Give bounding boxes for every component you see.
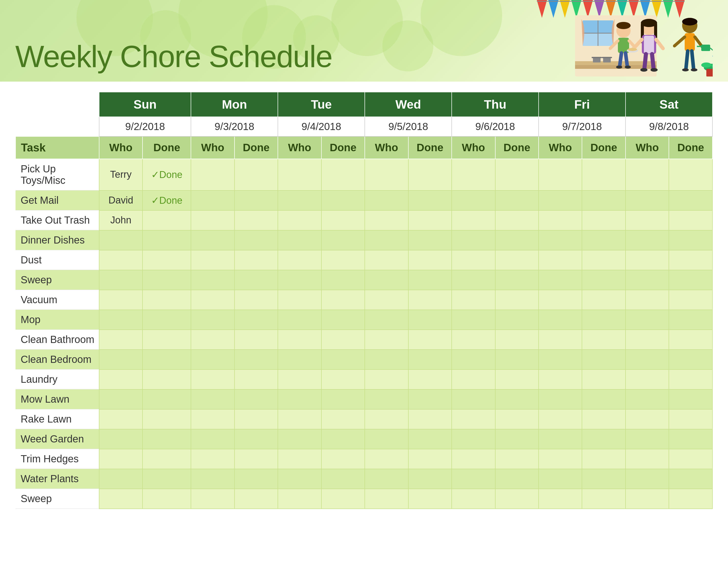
done-cell[interactable]	[582, 210, 625, 230]
done-cell[interactable]	[495, 409, 539, 429]
done-cell[interactable]	[669, 250, 712, 270]
done-cell[interactable]	[408, 270, 452, 290]
done-cell[interactable]	[235, 389, 278, 409]
done-cell[interactable]	[142, 210, 191, 230]
who-cell[interactable]	[278, 230, 321, 250]
done-cell[interactable]	[669, 429, 712, 449]
done-cell[interactable]	[669, 330, 712, 350]
who-cell[interactable]	[539, 190, 582, 210]
who-cell[interactable]	[99, 270, 142, 290]
done-cell[interactable]	[582, 330, 625, 350]
done-cell[interactable]	[408, 290, 452, 310]
who-cell[interactable]	[191, 270, 234, 290]
who-cell[interactable]	[99, 429, 142, 449]
done-cell[interactable]	[582, 489, 625, 509]
who-cell[interactable]	[539, 409, 582, 429]
done-cell[interactable]	[408, 159, 452, 190]
done-cell[interactable]	[495, 210, 539, 230]
who-cell[interactable]	[99, 250, 142, 270]
done-cell[interactable]	[408, 489, 452, 509]
done-cell[interactable]	[669, 290, 712, 310]
done-cell[interactable]	[142, 330, 191, 350]
done-cell[interactable]	[408, 230, 452, 250]
who-cell[interactable]	[539, 469, 582, 489]
who-cell[interactable]	[539, 230, 582, 250]
who-cell[interactable]	[452, 350, 495, 370]
done-cell[interactable]	[408, 429, 452, 449]
done-cell[interactable]	[669, 190, 712, 210]
done-cell[interactable]: ✓Done	[142, 190, 191, 210]
done-cell[interactable]	[495, 429, 539, 449]
who-cell[interactable]	[365, 270, 408, 290]
who-cell[interactable]	[626, 370, 669, 389]
who-cell[interactable]	[452, 159, 495, 190]
who-cell[interactable]	[452, 290, 495, 310]
who-cell[interactable]	[365, 290, 408, 310]
who-cell[interactable]	[626, 429, 669, 449]
who-cell[interactable]	[626, 230, 669, 250]
who-cell[interactable]	[191, 310, 234, 330]
done-cell[interactable]	[235, 370, 278, 389]
who-cell[interactable]	[278, 449, 321, 469]
done-cell[interactable]: ✓Done	[142, 159, 191, 190]
who-cell[interactable]	[365, 310, 408, 330]
done-cell[interactable]	[669, 469, 712, 489]
done-cell[interactable]	[142, 270, 191, 290]
done-cell[interactable]	[142, 429, 191, 449]
done-cell[interactable]	[321, 449, 365, 469]
done-cell[interactable]	[582, 429, 625, 449]
who-cell[interactable]	[539, 210, 582, 230]
who-cell[interactable]	[539, 389, 582, 409]
done-cell[interactable]	[321, 389, 365, 409]
who-cell[interactable]	[452, 429, 495, 449]
done-cell[interactable]	[495, 230, 539, 250]
who-cell[interactable]	[452, 310, 495, 330]
who-cell[interactable]	[626, 409, 669, 429]
who-cell[interactable]	[99, 469, 142, 489]
who-cell[interactable]	[539, 270, 582, 290]
done-cell[interactable]	[142, 370, 191, 389]
done-cell[interactable]	[495, 159, 539, 190]
who-cell[interactable]	[99, 449, 142, 469]
done-cell[interactable]	[142, 409, 191, 429]
who-cell[interactable]	[452, 489, 495, 509]
done-cell[interactable]	[408, 350, 452, 370]
done-cell[interactable]	[142, 389, 191, 409]
who-cell[interactable]	[191, 210, 234, 230]
done-cell[interactable]	[669, 449, 712, 469]
done-cell[interactable]	[495, 449, 539, 469]
done-cell[interactable]	[321, 230, 365, 250]
done-cell[interactable]	[235, 159, 278, 190]
who-cell[interactable]	[626, 330, 669, 350]
done-cell[interactable]	[669, 270, 712, 290]
who-cell[interactable]	[452, 270, 495, 290]
who-cell[interactable]	[365, 330, 408, 350]
who-cell[interactable]	[365, 449, 408, 469]
who-cell[interactable]	[99, 310, 142, 330]
done-cell[interactable]	[582, 370, 625, 389]
done-cell[interactable]	[495, 330, 539, 350]
done-cell[interactable]	[408, 389, 452, 409]
done-cell[interactable]	[582, 350, 625, 370]
done-cell[interactable]	[495, 469, 539, 489]
done-cell[interactable]	[495, 350, 539, 370]
who-cell[interactable]	[278, 290, 321, 310]
who-cell[interactable]	[539, 489, 582, 509]
done-cell[interactable]	[321, 489, 365, 509]
who-cell[interactable]	[626, 190, 669, 210]
done-cell[interactable]	[235, 230, 278, 250]
done-cell[interactable]	[408, 190, 452, 210]
done-cell[interactable]	[669, 310, 712, 330]
who-cell[interactable]	[539, 449, 582, 469]
done-cell[interactable]	[495, 270, 539, 290]
who-cell[interactable]	[539, 350, 582, 370]
done-cell[interactable]	[235, 250, 278, 270]
who-cell[interactable]	[365, 370, 408, 389]
done-cell[interactable]	[495, 389, 539, 409]
who-cell[interactable]	[278, 159, 321, 190]
done-cell[interactable]	[582, 230, 625, 250]
who-cell[interactable]	[539, 250, 582, 270]
who-cell[interactable]	[99, 230, 142, 250]
who-cell[interactable]	[191, 409, 234, 429]
who-cell[interactable]	[278, 330, 321, 350]
